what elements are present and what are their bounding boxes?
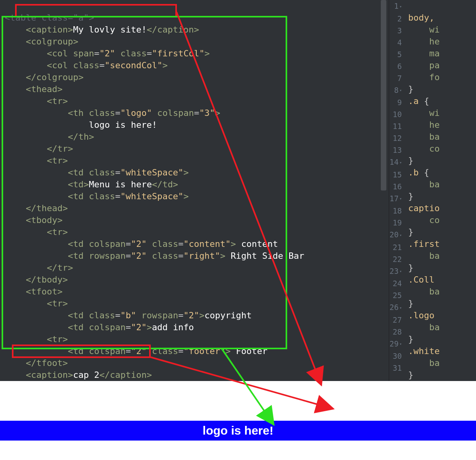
html-code-block[interactable]: <table class="a"> <caption>My lovly site… (0, 0, 389, 381)
line-number: 11 (389, 120, 402, 132)
code-text: My lovly site! (73, 25, 146, 35)
fold-icon[interactable]: ▾ (399, 338, 402, 350)
css-editor-pane[interactable]: 1▾ 2 3 4 5 6 7 8▾ 9 10 11 12 13 14▾ 15 1… (389, 0, 476, 381)
line-number: 14▾ (389, 156, 402, 169)
line-number: 20▾ (389, 229, 402, 241)
line-number: 2 (389, 13, 402, 25)
line-number: 21 (389, 241, 402, 253)
css-selector: body, (408, 13, 434, 23)
line-gutter: 1▾ 2 3 4 5 6 7 8▾ 9 10 11 12 13 14▾ 15 1… (389, 0, 404, 374)
fold-icon[interactable]: ▾ (399, 157, 402, 169)
output-logo-bar: logo is here! (0, 421, 476, 441)
fold-icon[interactable]: ▾ (399, 193, 402, 205)
fold-icon[interactable]: ▾ (399, 1, 402, 13)
line-number: 8▾ (389, 84, 402, 97)
line-number: 6 (389, 60, 402, 72)
line-number: 23▾ (389, 265, 402, 278)
line-number: 15 (389, 169, 402, 181)
line-number: 5 (389, 48, 402, 60)
code-line: <table class="a"> (5, 13, 94, 23)
line-number: 4 (389, 37, 402, 48)
fold-icon[interactable]: ▾ (399, 266, 402, 277)
editor-area: <table class="a"> <caption>My lovly site… (0, 0, 476, 381)
line-number: 10 (389, 108, 402, 120)
line-number: 24 (389, 277, 402, 289)
line-number: 27 (389, 314, 402, 326)
line-number: 13 (389, 144, 402, 156)
line-number: 28 (389, 326, 402, 338)
line-number: 9 (389, 96, 402, 108)
scrollbar-vertical[interactable] (381, 0, 386, 191)
code-tag: <caption> (26, 25, 73, 35)
line-number: 31 (389, 362, 402, 374)
fold-icon[interactable]: ▾ (399, 85, 402, 96)
line-number: 16 (389, 181, 402, 192)
line-number: 25 (389, 289, 402, 301)
code-attr: class (120, 48, 146, 58)
code-tag: <colgroup> (26, 37, 78, 46)
line-number: 1▾ (389, 0, 402, 13)
code-tag: </caption> (147, 25, 199, 35)
output-spacer (0, 441, 476, 460)
line-number: 30 (389, 350, 402, 362)
code-punct: = (94, 48, 99, 58)
line-number: 19 (389, 217, 402, 229)
line-number: 12 (389, 132, 402, 144)
line-number: 29▾ (389, 338, 402, 350)
line-number: 26▾ (389, 301, 402, 314)
code-tag: <col (47, 48, 73, 58)
line-number: 17▾ (389, 192, 402, 205)
code-attr: span (73, 48, 94, 58)
fold-icon[interactable]: ▾ (399, 302, 402, 314)
line-number: 7 (389, 72, 402, 84)
line-number: 22 (389, 253, 402, 265)
code-value: "2" (99, 48, 115, 58)
css-code-block[interactable]: body, wi he ma pa fo } .a { wi he ba co … (408, 0, 440, 381)
line-number: 3 (389, 25, 402, 37)
html-editor-pane[interactable]: <table class="a"> <caption>My lovly site… (0, 0, 389, 381)
line-number: 18 (389, 205, 402, 217)
fold-icon[interactable]: ▾ (399, 229, 402, 241)
